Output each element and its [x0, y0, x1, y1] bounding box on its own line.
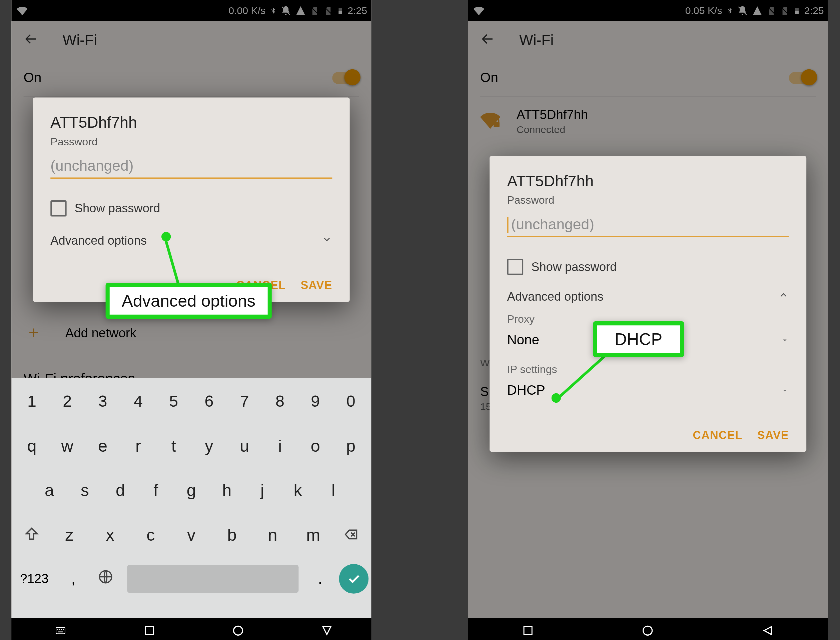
key-q[interactable]: q — [14, 436, 49, 455]
key-z[interactable]: z — [49, 525, 90, 544]
show-password-label: Show password — [531, 260, 617, 274]
key-p[interactable]: p — [333, 436, 369, 455]
space-key[interactable] — [127, 565, 298, 593]
key-8[interactable]: 8 — [262, 392, 297, 411]
ip-settings-label: IP settings — [507, 364, 789, 376]
recents-icon[interactable] — [521, 624, 534, 639]
dialog-ssid: ATT5Dhf7hh — [50, 114, 332, 132]
proxy-value: None — [507, 332, 539, 348]
enter-key[interactable] — [339, 564, 369, 594]
dropdown-icon — [781, 382, 789, 398]
key-0[interactable]: 0 — [333, 392, 369, 411]
ip-settings-value: DHCP — [507, 382, 545, 398]
svg-rect-7 — [56, 627, 65, 633]
key-e[interactable]: e — [85, 436, 120, 455]
chevron-down-icon — [321, 234, 332, 248]
key-3[interactable]: 3 — [85, 392, 120, 411]
keyboard-bottom-row: ?123 , . — [14, 558, 369, 600]
show-password-row[interactable]: Show password — [50, 200, 332, 216]
home-icon[interactable] — [641, 624, 654, 640]
key-6[interactable]: 6 — [191, 392, 227, 411]
key-f[interactable]: f — [138, 480, 173, 500]
keyboard-row-2: asdfghjkl — [14, 469, 369, 511]
key-j[interactable]: j — [244, 480, 280, 500]
callout-dhcp: DHCP — [593, 322, 684, 357]
home-icon[interactable] — [231, 624, 244, 640]
dropdown-icon — [781, 332, 789, 348]
advanced-options-row[interactable]: Advanced options — [507, 290, 789, 304]
recents-icon[interactable] — [143, 624, 155, 639]
key-i[interactable]: i — [262, 436, 297, 455]
key-o[interactable]: o — [298, 436, 333, 455]
nav-bar — [468, 618, 828, 640]
svg-rect-13 — [145, 626, 153, 634]
key-y[interactable]: y — [191, 436, 227, 455]
soft-keyboard[interactable]: 1234567890 qwertyuiop asdfghjkl zxcvbnm … — [11, 378, 371, 618]
checkbox-icon[interactable] — [507, 259, 523, 275]
show-password-label: Show password — [75, 201, 160, 215]
key-g[interactable]: g — [174, 480, 209, 500]
key-n[interactable]: n — [252, 525, 293, 544]
key-a[interactable]: a — [32, 480, 67, 500]
key-h[interactable]: h — [209, 480, 244, 500]
callout-advanced-options: Advanced options — [106, 283, 272, 318]
shift-key[interactable] — [14, 526, 49, 542]
period-key[interactable]: . — [307, 570, 334, 587]
key-5[interactable]: 5 — [156, 392, 191, 411]
key-4[interactable]: 4 — [120, 392, 156, 411]
keyboard-icon[interactable] — [53, 625, 68, 638]
wifi-dialog: ATT5Dhf7hh Password (unchanged) Show pas… — [33, 98, 350, 302]
password-label: Password — [50, 136, 332, 148]
keyboard-row-3: zxcvbnm — [14, 514, 369, 555]
key-v[interactable]: v — [171, 525, 212, 544]
key-b[interactable]: b — [212, 525, 252, 544]
checkbox-icon[interactable] — [50, 200, 66, 216]
svg-rect-22 — [524, 626, 532, 634]
keyboard-number-row: 1234567890 — [14, 381, 369, 422]
advanced-options-label: Advanced options — [50, 234, 147, 248]
key-m[interactable]: m — [293, 525, 333, 544]
symbols-key[interactable]: ?123 — [14, 571, 55, 586]
key-u[interactable]: u — [227, 436, 262, 455]
svg-rect-10 — [61, 628, 62, 629]
key-k[interactable]: k — [280, 480, 316, 500]
svg-rect-12 — [58, 631, 63, 632]
keyboard-row-1: qwertyuiop — [14, 425, 369, 467]
cancel-button[interactable]: CANCEL — [693, 429, 743, 442]
svg-rect-9 — [59, 628, 60, 629]
show-password-row[interactable]: Show password — [507, 259, 789, 275]
key-x[interactable]: x — [90, 525, 130, 544]
password-input[interactable]: (unchanged) — [507, 213, 789, 237]
right-screenshot: 0.05 K/s 2:25 Wi-Fi On ATT5Dhf — [468, 0, 828, 618]
save-button[interactable]: SAVE — [757, 429, 789, 442]
advanced-options-row[interactable]: Advanced options — [50, 234, 332, 248]
key-l[interactable]: l — [316, 480, 351, 500]
svg-rect-11 — [63, 628, 64, 629]
password-label: Password — [507, 194, 789, 206]
nav-bar — [11, 618, 371, 640]
password-input[interactable]: (unchanged) — [50, 155, 332, 179]
key-1[interactable]: 1 — [14, 392, 49, 411]
back-softkey-icon[interactable] — [320, 624, 333, 640]
globe-key[interactable] — [92, 569, 119, 589]
dialog-ssid: ATT5Dhf7hh — [507, 172, 789, 190]
backspace-key[interactable] — [333, 527, 369, 542]
svg-rect-8 — [57, 628, 58, 629]
key-c[interactable]: c — [130, 525, 171, 544]
advanced-options-label: Advanced options — [507, 290, 604, 304]
key-d[interactable]: d — [103, 480, 138, 500]
wifi-dialog-expanded: ATT5Dhf7hh Password (unchanged) Show pas… — [489, 156, 806, 452]
svg-point-23 — [643, 626, 652, 635]
key-w[interactable]: w — [50, 436, 85, 455]
key-t[interactable]: t — [156, 436, 191, 455]
comma-key[interactable]: , — [60, 570, 87, 587]
key-r[interactable]: r — [120, 436, 156, 455]
key-s[interactable]: s — [67, 480, 103, 500]
ip-settings-dropdown[interactable]: DHCP — [507, 382, 789, 398]
back-softkey-icon[interactable] — [761, 624, 774, 640]
key-7[interactable]: 7 — [227, 392, 262, 411]
save-button[interactable]: SAVE — [300, 279, 332, 292]
key-2[interactable]: 2 — [50, 392, 85, 411]
svg-point-14 — [233, 626, 242, 635]
key-9[interactable]: 9 — [298, 392, 333, 411]
